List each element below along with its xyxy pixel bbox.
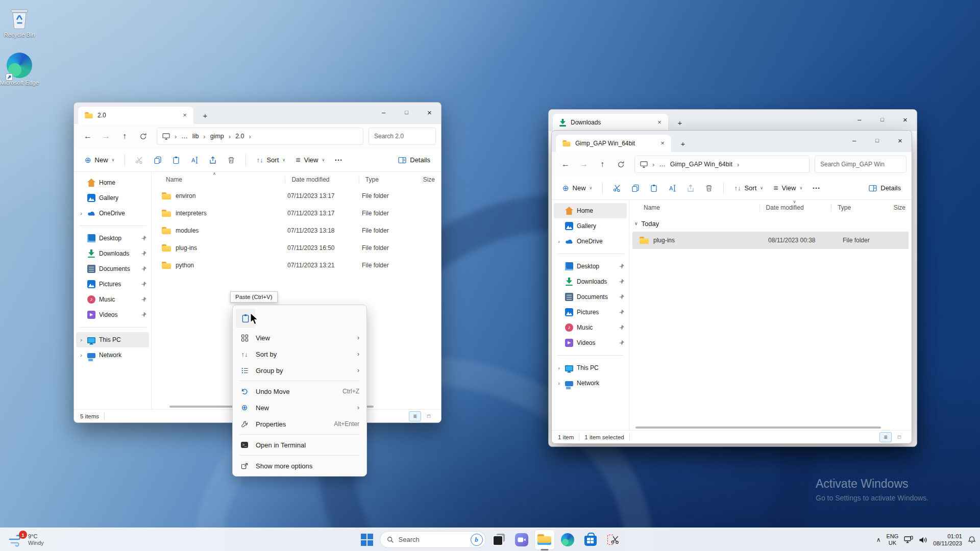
up-button[interactable]: ↑ [116,128,133,144]
column-header-size[interactable]: Size [423,172,441,187]
details-view-toggle[interactable]: ≡ [879,432,892,442]
tab-downloads[interactable]: Downloads × [553,114,668,131]
new-tab-button[interactable]: + [672,115,688,130]
view-button[interactable]: ≡ View ∨ [769,180,807,196]
close-button[interactable]: × [418,103,441,122]
sidebar-item-home[interactable]: Home [554,203,627,218]
column-header-size[interactable]: Size [894,200,912,215]
sidebar-item-downloads[interactable]: Downloads [76,246,149,261]
chevron-expand-icon[interactable]: › [556,238,561,244]
taskbar-search[interactable]: Search b [380,531,486,548]
snipping-tool-button[interactable] [603,530,624,550]
clock[interactable]: 01:01 08/11/2023 [933,533,962,547]
chevron-expand-icon[interactable]: › [79,210,84,216]
maximize-button[interactable]: □ [871,110,894,129]
widgets-button[interactable]: 1 9°C Windy [4,528,48,551]
back-button[interactable]: ← [79,128,96,144]
tray-chevron-up-icon[interactable]: ∧ [876,536,881,543]
cut-button[interactable] [608,181,626,196]
sidebar-item-videos[interactable]: ▶Videos [76,307,149,322]
sidebar-item-downloads[interactable]: Downloads [554,274,627,289]
store-button[interactable] [580,530,601,550]
menu-item-new[interactable]: ⊕ New › [235,399,364,416]
chevron-expand-icon[interactable]: › [79,337,84,343]
sidebar-item-onedrive[interactable]: ›OneDrive [554,234,627,249]
refresh-button[interactable] [134,128,152,144]
edge-button[interactable] [557,530,578,550]
menu-item-open-in-terminal[interactable]: >_ Open in Terminal [235,437,364,453]
sidebar-item-home[interactable]: Home [76,175,149,190]
sidebar-item-documents[interactable]: Documents [554,289,627,305]
breadcrumb-item[interactable]: gimp [210,133,224,140]
breadcrumb-item[interactable]: lib [192,133,199,140]
thumbnail-view-toggle[interactable]: □ [893,432,905,442]
more-options-button[interactable]: ••• [330,154,347,166]
new-tab-button[interactable]: + [198,108,213,122]
file-row-plug-ins[interactable]: plug-ins 08/11/2023 00:38 File folder [632,232,909,249]
chevron-expand-icon[interactable]: › [79,352,84,358]
tab-close-icon[interactable]: × [658,139,667,148]
forward-button[interactable]: → [97,128,115,144]
column-header-type[interactable]: Type [359,172,423,187]
share-button[interactable] [204,153,222,168]
menu-item-show-more-options[interactable]: Show more options [235,458,364,474]
breadcrumb[interactable]: › … Gimp_GAP Win_64bit › [634,156,810,173]
details-view-toggle[interactable]: ≡ [409,411,421,421]
share-button[interactable] [682,181,699,196]
tab-close-icon[interactable]: × [180,111,189,120]
tab-gimp-gap[interactable]: Gimp_GAP Win_64bit × [556,135,671,152]
new-button[interactable]: ⊕ New ∨ [558,180,597,196]
breadcrumb-item[interactable]: 2.0 [235,133,244,140]
delete-button[interactable] [223,153,240,168]
volume-icon[interactable] [919,536,927,544]
sort-button[interactable]: ↑↓ Sort ∨ [729,181,768,195]
sidebar-item-videos[interactable]: ▶Videos [554,335,627,350]
language-indicator[interactable]: ENG UK [886,533,898,546]
sidebar-item-this-pc[interactable]: ›This PC [554,360,627,375]
menu-item-group-by[interactable]: Group by › [235,362,364,379]
copy-button[interactable] [149,153,166,168]
details-pane-button[interactable]: Details [864,181,905,195]
breadcrumb-item[interactable]: Gimp_GAP Win_64bit [670,161,732,168]
sort-button[interactable]: ↑↓ Sort ∨ [252,153,290,167]
new-button[interactable]: ⊕ New ∨ [80,152,119,168]
search-input[interactable] [369,128,436,145]
file-row-interpreters[interactable]: interpreters 07/11/2023 13:17 File folde… [152,205,441,222]
sidebar-item-this-pc[interactable]: ›This PC [76,332,149,347]
desktop-icon-edge[interactable]: ↗ Microsoft Edge [0,51,41,86]
forward-button[interactable]: → [575,156,593,172]
column-header-name[interactable]: ∧Name [152,172,285,187]
sidebar-item-desktop[interactable]: Desktop [554,259,627,274]
breadcrumb-ellipsis[interactable]: … [659,161,666,168]
tab-close-icon[interactable]: × [655,118,664,127]
chevron-expand-icon[interactable]: › [556,380,561,386]
paste-button[interactable] [645,181,663,196]
paste-button[interactable] [167,153,185,168]
file-row-plug-ins[interactable]: plug-ins 07/11/2023 16:50 File folder [152,239,441,257]
sidebar-item-pictures[interactable]: Pictures [554,305,627,320]
column-header-date-modified[interactable]: ∨Date modified [760,200,831,215]
sidebar-item-network[interactable]: ›Network [554,375,627,391]
sidebar-item-music[interactable]: ♪Music [554,320,627,335]
rename-button[interactable]: A [664,181,681,196]
start-button[interactable] [357,530,377,550]
tab-2-0[interactable]: 2.0 × [78,107,193,124]
new-tab-button[interactable]: + [675,136,691,151]
menu-item-view[interactable]: View › [235,330,364,346]
menu-item-properties[interactable]: Properties Alt+Enter [235,416,364,432]
file-explorer-button[interactable] [534,530,555,550]
network-icon[interactable] [904,536,913,544]
column-header-name[interactable]: Name [629,200,760,215]
file-row-modules[interactable]: modules 07/11/2023 13:18 File folder [152,222,441,239]
delete-button[interactable] [700,181,718,196]
cut-button[interactable] [131,153,148,168]
task-view-button[interactable] [488,530,509,550]
chat-button[interactable] [511,530,532,550]
sidebar-item-documents[interactable]: Documents [76,261,149,277]
refresh-button[interactable] [612,156,629,172]
close-button[interactable]: × [894,110,917,129]
sidebar-item-pictures[interactable]: Pictures [76,277,149,292]
sidebar-item-network[interactable]: ›Network [76,347,149,363]
maximize-button[interactable]: □ [866,131,889,150]
sidebar-item-gallery[interactable]: Gallery [76,190,149,206]
